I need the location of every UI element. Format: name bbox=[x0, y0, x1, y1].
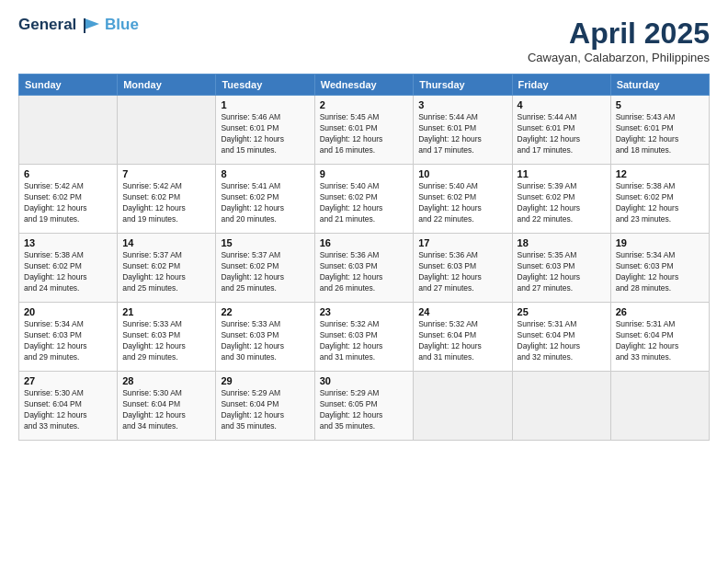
day-info: Sunrise: 5:43 AMSunset: 6:01 PMDaylight:… bbox=[616, 112, 704, 156]
table-row bbox=[414, 372, 512, 441]
day-info: Sunrise: 5:37 AMSunset: 6:02 PMDaylight:… bbox=[221, 250, 309, 294]
day-number: 19 bbox=[616, 237, 704, 248]
table-row: 30Sunrise: 5:29 AMSunset: 6:05 PMDayligh… bbox=[314, 372, 414, 441]
day-info: Sunrise: 5:45 AMSunset: 6:01 PMDaylight:… bbox=[320, 112, 409, 156]
day-number: 22 bbox=[221, 306, 309, 317]
day-info: Sunrise: 5:34 AMSunset: 6:03 PMDaylight:… bbox=[24, 319, 112, 363]
svg-marker-0 bbox=[85, 18, 99, 29]
logo-flag-icon bbox=[83, 17, 103, 35]
day-number: 11 bbox=[518, 168, 606, 179]
day-number: 4 bbox=[518, 99, 606, 110]
day-number: 28 bbox=[122, 375, 210, 386]
table-row: 22Sunrise: 5:33 AMSunset: 6:03 PMDayligh… bbox=[216, 303, 314, 372]
table-row: 26Sunrise: 5:31 AMSunset: 6:04 PMDayligh… bbox=[610, 303, 709, 372]
day-info: Sunrise: 5:30 AMSunset: 6:04 PMDaylight:… bbox=[122, 388, 210, 432]
day-info: Sunrise: 5:31 AMSunset: 6:04 PMDaylight:… bbox=[518, 319, 606, 363]
calendar-week-row: 27Sunrise: 5:30 AMSunset: 6:04 PMDayligh… bbox=[19, 372, 710, 441]
logo-general: General bbox=[18, 16, 76, 33]
day-number: 7 bbox=[122, 168, 210, 179]
day-number: 24 bbox=[418, 306, 506, 317]
day-info: Sunrise: 5:42 AMSunset: 6:02 PMDaylight:… bbox=[24, 181, 112, 225]
day-number: 16 bbox=[320, 237, 409, 248]
calendar-header-row: Sunday Monday Tuesday Wednesday Thursday… bbox=[19, 75, 710, 96]
day-number: 13 bbox=[24, 237, 112, 248]
table-row: 20Sunrise: 5:34 AMSunset: 6:03 PMDayligh… bbox=[19, 303, 118, 372]
table-row: 10Sunrise: 5:40 AMSunset: 6:02 PMDayligh… bbox=[414, 165, 512, 234]
table-row: 14Sunrise: 5:37 AMSunset: 6:02 PMDayligh… bbox=[118, 234, 216, 303]
day-info: Sunrise: 5:38 AMSunset: 6:02 PMDaylight:… bbox=[616, 181, 704, 225]
table-row: 27Sunrise: 5:30 AMSunset: 6:04 PMDayligh… bbox=[19, 372, 118, 441]
calendar-week-row: 1Sunrise: 5:46 AMSunset: 6:01 PMDaylight… bbox=[19, 96, 710, 165]
table-row bbox=[610, 372, 709, 441]
day-info: Sunrise: 5:40 AMSunset: 6:02 PMDaylight:… bbox=[418, 181, 506, 225]
table-row: 5Sunrise: 5:43 AMSunset: 6:01 PMDaylight… bbox=[610, 96, 709, 165]
col-wednesday: Wednesday bbox=[314, 75, 414, 96]
table-row: 2Sunrise: 5:45 AMSunset: 6:01 PMDaylight… bbox=[314, 96, 414, 165]
calendar-week-row: 13Sunrise: 5:38 AMSunset: 6:02 PMDayligh… bbox=[19, 234, 710, 303]
day-info: Sunrise: 5:31 AMSunset: 6:04 PMDaylight:… bbox=[616, 319, 704, 363]
day-info: Sunrise: 5:44 AMSunset: 6:01 PMDaylight:… bbox=[418, 112, 506, 156]
table-row: 15Sunrise: 5:37 AMSunset: 6:02 PMDayligh… bbox=[216, 234, 314, 303]
day-info: Sunrise: 5:36 AMSunset: 6:03 PMDaylight:… bbox=[320, 250, 409, 294]
day-info: Sunrise: 5:33 AMSunset: 6:03 PMDaylight:… bbox=[221, 319, 309, 363]
day-info: Sunrise: 5:29 AMSunset: 6:05 PMDaylight:… bbox=[320, 388, 409, 432]
day-number: 8 bbox=[221, 168, 309, 179]
col-tuesday: Tuesday bbox=[216, 75, 314, 96]
table-row: 7Sunrise: 5:42 AMSunset: 6:02 PMDaylight… bbox=[118, 165, 216, 234]
table-row: 29Sunrise: 5:29 AMSunset: 6:04 PMDayligh… bbox=[216, 372, 314, 441]
logo-blue: Blue bbox=[105, 16, 139, 34]
table-row: 18Sunrise: 5:35 AMSunset: 6:03 PMDayligh… bbox=[512, 234, 610, 303]
table-row bbox=[512, 372, 610, 441]
table-row: 21Sunrise: 5:33 AMSunset: 6:03 PMDayligh… bbox=[118, 303, 216, 372]
day-info: Sunrise: 5:44 AMSunset: 6:01 PMDaylight:… bbox=[518, 112, 606, 156]
col-sunday: Sunday bbox=[19, 75, 118, 96]
day-info: Sunrise: 5:42 AMSunset: 6:02 PMDaylight:… bbox=[122, 181, 210, 225]
table-row: 4Sunrise: 5:44 AMSunset: 6:01 PMDaylight… bbox=[512, 96, 610, 165]
table-row: 6Sunrise: 5:42 AMSunset: 6:02 PMDaylight… bbox=[19, 165, 118, 234]
table-row bbox=[118, 96, 216, 165]
day-number: 14 bbox=[122, 237, 210, 248]
day-number: 30 bbox=[320, 375, 409, 386]
logo: General Blue bbox=[18, 17, 139, 35]
day-info: Sunrise: 5:32 AMSunset: 6:04 PMDaylight:… bbox=[418, 319, 506, 363]
table-row: 8Sunrise: 5:41 AMSunset: 6:02 PMDaylight… bbox=[216, 165, 314, 234]
col-thursday: Thursday bbox=[414, 75, 512, 96]
table-row: 28Sunrise: 5:30 AMSunset: 6:04 PMDayligh… bbox=[118, 372, 216, 441]
month-title: April 2025 bbox=[528, 17, 710, 51]
table-row: 9Sunrise: 5:40 AMSunset: 6:02 PMDaylight… bbox=[314, 165, 414, 234]
day-info: Sunrise: 5:32 AMSunset: 6:03 PMDaylight:… bbox=[320, 319, 409, 363]
location-subtitle: Cawayan, Calabarzon, Philippines bbox=[528, 51, 710, 64]
day-number: 23 bbox=[320, 306, 409, 317]
day-info: Sunrise: 5:37 AMSunset: 6:02 PMDaylight:… bbox=[122, 250, 210, 294]
day-number: 5 bbox=[616, 99, 704, 110]
table-row: 23Sunrise: 5:32 AMSunset: 6:03 PMDayligh… bbox=[314, 303, 414, 372]
calendar-week-row: 20Sunrise: 5:34 AMSunset: 6:03 PMDayligh… bbox=[19, 303, 710, 372]
table-row: 17Sunrise: 5:36 AMSunset: 6:03 PMDayligh… bbox=[414, 234, 512, 303]
day-number: 20 bbox=[24, 306, 112, 317]
day-number: 9 bbox=[320, 168, 409, 179]
day-number: 3 bbox=[418, 99, 506, 110]
day-info: Sunrise: 5:39 AMSunset: 6:02 PMDaylight:… bbox=[518, 181, 606, 225]
day-number: 29 bbox=[221, 375, 309, 386]
day-info: Sunrise: 5:40 AMSunset: 6:02 PMDaylight:… bbox=[320, 181, 409, 225]
table-row: 12Sunrise: 5:38 AMSunset: 6:02 PMDayligh… bbox=[610, 165, 709, 234]
table-row: 19Sunrise: 5:34 AMSunset: 6:03 PMDayligh… bbox=[610, 234, 709, 303]
calendar-week-row: 6Sunrise: 5:42 AMSunset: 6:02 PMDaylight… bbox=[19, 165, 710, 234]
day-info: Sunrise: 5:35 AMSunset: 6:03 PMDaylight:… bbox=[518, 250, 606, 294]
day-info: Sunrise: 5:33 AMSunset: 6:03 PMDaylight:… bbox=[122, 319, 210, 363]
table-row: 3Sunrise: 5:44 AMSunset: 6:01 PMDaylight… bbox=[414, 96, 512, 165]
col-saturday: Saturday bbox=[610, 75, 709, 96]
day-number: 2 bbox=[320, 99, 409, 110]
day-number: 10 bbox=[418, 168, 506, 179]
header: General Blue April 2025 Cawayan, Calabar… bbox=[18, 17, 710, 64]
calendar-table: Sunday Monday Tuesday Wednesday Thursday… bbox=[18, 74, 710, 441]
day-number: 25 bbox=[518, 306, 606, 317]
day-info: Sunrise: 5:38 AMSunset: 6:02 PMDaylight:… bbox=[24, 250, 112, 294]
day-info: Sunrise: 5:46 AMSunset: 6:01 PMDaylight:… bbox=[221, 112, 309, 156]
day-number: 21 bbox=[122, 306, 210, 317]
day-number: 27 bbox=[24, 375, 112, 386]
title-block: April 2025 Cawayan, Calabarzon, Philippi… bbox=[528, 17, 710, 64]
day-info: Sunrise: 5:29 AMSunset: 6:04 PMDaylight:… bbox=[221, 388, 309, 432]
day-number: 26 bbox=[616, 306, 704, 317]
table-row: 1Sunrise: 5:46 AMSunset: 6:01 PMDaylight… bbox=[216, 96, 314, 165]
